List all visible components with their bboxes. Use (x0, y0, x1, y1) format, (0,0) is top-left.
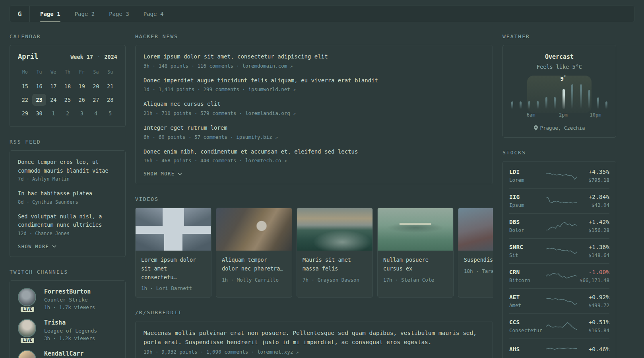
middle-column: HACKER NEWS Lorem ipsum dolor sit amet, … (135, 33, 493, 358)
hn-item-domain-link[interactable]: ipsumworld.net ↗ (248, 86, 296, 92)
reddit-post-domain-link[interactable]: loremnet.xyz ↗ (257, 349, 299, 355)
right-column: WEATHER Overcast Feels like 5°C 9° 6am 2… (502, 33, 616, 358)
video-title[interactable]: Lorem ipsum dolor sit amet consectetu… (141, 256, 206, 282)
hn-item-title[interactable]: Lorem ipsum dolor sit amet, consectetur … (144, 53, 485, 61)
video-title[interactable]: Mauris sit amet massa felis (303, 256, 367, 273)
hn-item-domain-link[interactable]: loremtech.co ↗ (245, 158, 287, 163)
tab-page-1[interactable]: Page 1 (40, 6, 60, 22)
calendar-day-next-month: 4 (89, 107, 103, 119)
stock-change: +0.92% (577, 294, 609, 300)
stock-row[interactable]: AHS +0.46% (509, 339, 609, 358)
stock-change: +0.46% (577, 346, 609, 352)
video-meta: 1h · Lori Barnett (141, 285, 206, 291)
stock-row[interactable]: IIGIpsum +2.84%$42.04 (509, 188, 609, 213)
rss-item-title[interactable]: Sed volutpat nulla nisl, a condimentum n… (18, 212, 117, 230)
page-tabs: Page 1 Page 2 Page 3 Page 4 (40, 6, 163, 22)
stock-row[interactable]: CCSConsectetur +0.51%$165.84 (509, 313, 609, 339)
calendar-day: 17 (46, 80, 60, 92)
twitch-card: LIVE ForrestBurton Counter-Strike 1h · 1… (10, 280, 126, 358)
video-card[interactable]: Nullam posuere cursus ex 17h · Stefan Co… (377, 208, 454, 298)
hacker-news-section-title: HACKER NEWS (135, 33, 493, 39)
calendar-header: April Week 17 · 2024 (18, 53, 117, 60)
stock-ticker: AET (509, 294, 546, 300)
video-thumbnail (297, 208, 372, 251)
twitch-channel-meta: 1h · 1.7k viewers (44, 304, 95, 310)
twitch-avatar-wrap: LIVE (18, 319, 37, 341)
twitch-channel-name[interactable]: ForrestBurton (44, 288, 95, 295)
video-card[interactable]: Suspendisse diam 18h · Tara (458, 208, 493, 298)
weather-section: WEATHER Overcast Feels like 5°C 9° 6am 2… (502, 33, 616, 138)
rss-item-meta: 7d · Ashlyn Martin (18, 176, 117, 182)
rss-item-title[interactable]: Donec tempor eros leo, ut commodo mauris… (18, 158, 117, 175)
hn-item-domain-link[interactable]: loremlandia.org ↗ (245, 110, 296, 116)
external-link-icon: ↗ (293, 111, 296, 116)
video-title[interactable]: Suspendisse diam (464, 256, 493, 265)
weather-temp-label: 9° (561, 75, 566, 82)
hn-item-title[interactable]: Donec enim nibh, condimentum et accumsan… (144, 148, 485, 156)
weather-bar (554, 97, 556, 109)
weekday-label: Th (60, 67, 75, 79)
hn-item-title[interactable]: Integer eget rutrum lorem (144, 124, 485, 132)
subreddit-section: /R/SUBREDDIT Maecenas mollis pulvinar er… (135, 309, 493, 358)
time-label: 10pm (590, 112, 601, 118)
location-pin-icon (534, 125, 538, 130)
reddit-post-title[interactable]: Maecenas mollis pulvinar erat non posuer… (144, 329, 485, 347)
rss-item-title[interactable]: In hac habitasse platea (18, 189, 117, 198)
separator-dot: · (96, 54, 101, 60)
hn-show-more-button[interactable]: SHOW MORE (144, 171, 485, 177)
twitch-channel-name[interactable]: KendallCarr (44, 350, 83, 357)
stock-sparkline (546, 245, 577, 257)
stock-row[interactable]: DBSDolor +1.42%$156.28 (509, 213, 609, 238)
stock-sparkline (546, 320, 577, 332)
weather-bar (597, 97, 599, 109)
twitch-channel-row[interactable]: LIVE Trisha League of Legends 3h · 1.2k … (18, 319, 117, 341)
hn-item-domain-link[interactable]: loremdomain.com ↗ (242, 63, 293, 69)
hn-item-meta: 16h · 468 points · 440 comments · loremt… (144, 158, 485, 163)
twitch-section: TWITCH CHANNELS LIVE ForrestBurton Count… (10, 269, 126, 358)
video-title[interactable]: Aliquam tempor dolor nec pharetra… (222, 256, 286, 273)
calendar-day: 28 (103, 94, 117, 106)
rss-show-more-button[interactable]: SHOW MORE (18, 244, 117, 249)
video-card[interactable]: Lorem ipsum dolor sit amet consectetu… 1… (135, 208, 211, 298)
stock-ticker: CCS (509, 319, 546, 325)
hn-item-meta: 1d · 1,414 points · 299 comments · ipsum… (144, 86, 485, 92)
app-logo[interactable]: G (10, 6, 30, 22)
calendar-day: 19 (75, 80, 89, 92)
video-title[interactable]: Nullam posuere cursus ex (383, 256, 448, 273)
reddit-post-meta: 19h · 9,932 points · 1,090 comments · lo… (144, 349, 485, 355)
stock-row[interactable]: AETAmet +0.92%$499.72 (509, 288, 609, 313)
hn-item-domain-link[interactable]: ipsumify.biz ↗ (236, 134, 277, 140)
hn-item-meta: 6h · 60 points · 57 comments · ipsumify.… (144, 134, 485, 140)
stock-price: $156.28 (577, 227, 609, 233)
hn-item-title[interactable]: Aliquam nec cursus elit (144, 100, 485, 109)
stock-ticker: SNRC (509, 244, 546, 250)
rss-section: RSS FEED Donec tempor eros leo, ut commo… (10, 139, 126, 257)
twitch-channel-row[interactable]: KendallCarr (18, 350, 117, 358)
tab-page-3[interactable]: Page 3 (109, 6, 129, 22)
video-card[interactable]: Mauris sit amet massa felis 7h · Grayson… (297, 208, 373, 298)
rss-card: Donec tempor eros leo, ut commodo mauris… (10, 150, 126, 257)
stock-sparkline (546, 170, 577, 182)
weather-bar (511, 101, 513, 109)
calendar-day: 30 (32, 107, 47, 119)
twitch-channel-row[interactable]: LIVE ForrestBurton Counter-Strike 1h · 1… (18, 288, 117, 310)
twitch-channel-name[interactable]: Trisha (44, 319, 97, 326)
calendar-day-next-month: 1 (46, 107, 60, 119)
stock-price: $499.72 (577, 302, 609, 308)
videos-section: VIDEOS Lorem ipsum dolor sit amet consec… (135, 196, 493, 298)
video-card[interactable]: Aliquam tempor dolor nec pharetra… 1h · … (216, 208, 292, 298)
tab-page-4[interactable]: Page 4 (144, 6, 164, 22)
stock-row[interactable]: CRNBitcorn -1.00%$66,171.48 (509, 263, 609, 288)
hn-item: Integer eget rutrum lorem 6h · 60 points… (144, 124, 485, 140)
calendar-day: 27 (89, 94, 103, 106)
twitch-channel-info: Trisha League of Legends 3h · 1.2k viewe… (44, 319, 97, 341)
stock-row[interactable]: SNRCSit +1.36%$148.64 (509, 238, 609, 263)
hn-item-title[interactable]: Donec imperdiet augue tincidunt felis al… (144, 76, 485, 85)
stock-row[interactable]: LDILorem +4.35%$795.18 (509, 163, 609, 188)
live-badge: LIVE (20, 306, 35, 313)
calendar-week-number: Week 17 (70, 54, 93, 60)
stock-change: +2.84% (577, 194, 609, 200)
videos-section-title: VIDEOS (135, 196, 493, 202)
avatar (18, 319, 36, 337)
tab-page-2[interactable]: Page 2 (75, 6, 95, 22)
